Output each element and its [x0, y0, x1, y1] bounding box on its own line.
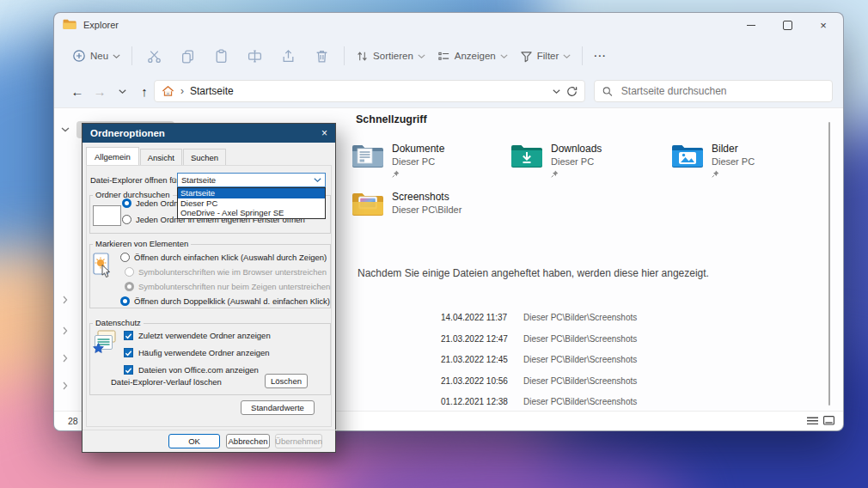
scissors-icon: [147, 49, 162, 64]
folder-downloads-icon: [510, 143, 543, 168]
checkbox-frequent-folders[interactable]: Häufig verwendete Ordner anzeigen: [124, 348, 270, 357]
view-list-icon: [437, 50, 450, 63]
minimize-button[interactable]: [733, 13, 769, 37]
folder-icon: [63, 19, 76, 30]
share-button[interactable]: [272, 44, 305, 68]
view-button[interactable]: Anzeigen: [431, 46, 514, 67]
checkbox-recent-folders[interactable]: Zuletzt verwendete Ordner anzeigen: [124, 331, 271, 340]
cancel-button[interactable]: Abbrechen: [226, 434, 270, 448]
address-dropdown-icon[interactable]: [553, 89, 560, 94]
chevron-down-icon: [418, 54, 425, 58]
recent-file-row[interactable]: 21.03.2022 12:45 Dieser PC\Bilder\Screen…: [441, 355, 733, 369]
recent-file-row[interactable]: 14.04.2022 11:37 Dieser PC\Bilder\Screen…: [441, 313, 733, 326]
combobox-value: Startseite: [181, 175, 216, 185]
dropdown-option-dieser-pc[interactable]: Dieser PC: [178, 198, 325, 209]
filter-button[interactable]: Filter: [514, 46, 578, 67]
pin-icon: [712, 170, 719, 178]
new-label: Neu: [90, 51, 108, 61]
address-bar[interactable]: › Startseite: [154, 80, 585, 102]
filter-icon: [520, 50, 533, 63]
quick-access-item-bilder[interactable]: Bilder Dieser PC: [671, 143, 755, 178]
cut-button[interactable]: [138, 44, 171, 68]
radio-disabled-selected-icon: [125, 282, 134, 291]
chevron-down-icon: [119, 89, 126, 94]
dropdown-option-onedrive[interactable]: OneDrive - Axel Springer SE: [178, 208, 325, 218]
trash-icon: [315, 49, 329, 64]
thumbnail-view-icon[interactable]: [823, 416, 834, 426]
refresh-icon[interactable]: [566, 86, 578, 97]
sort-button[interactable]: Sortieren: [350, 46, 431, 67]
apply-button[interactable]: Übernehmen: [275, 434, 322, 448]
checkbox-office-files[interactable]: Dateien von Office.com anzeigen: [124, 365, 259, 375]
sidebar-chevron-right-icon[interactable]: [63, 296, 68, 304]
sidebar-chevron-right-icon[interactable]: [63, 354, 68, 363]
quick-access-item-screenshots[interactable]: Screenshots Dieser PC\Bilder: [351, 191, 462, 217]
radio-single-click[interactable]: Öffnen durch einfachen Klick (Auswahl du…: [120, 253, 327, 262]
toolbar-divider: [582, 46, 583, 65]
breadcrumb-startseite[interactable]: Startseite: [190, 85, 234, 97]
radio-on-icon: [120, 296, 130, 306]
search-input[interactable]: [620, 84, 824, 98]
pin-icon: [551, 170, 559, 178]
dialog-close-icon[interactable]: ×: [321, 128, 327, 138]
history-dropdown-button[interactable]: [111, 80, 133, 102]
forward-button[interactable]: →: [89, 80, 111, 102]
recent-date: 21.03.2022 12:47: [441, 334, 508, 344]
sort-icon: [356, 50, 369, 63]
rename-button[interactable]: [238, 44, 272, 68]
delete-button[interactable]: [305, 44, 339, 68]
browse-window-icon: [93, 205, 121, 226]
pinned-files-hint: Nachdem Sie einige Dateien angeheftet ha…: [358, 267, 709, 279]
up-button[interactable]: ↑: [133, 80, 156, 102]
more-button[interactable]: ···: [588, 46, 613, 65]
radio-double-click[interactable]: Öffnen durch Doppelklick (Auswahl d. ein…: [120, 296, 330, 306]
copy-button[interactable]: [171, 44, 205, 68]
forward-icon: →: [94, 84, 107, 99]
search-box[interactable]: [594, 80, 833, 102]
view-label: Anzeigen: [455, 51, 496, 61]
tab-allgemein[interactable]: Allgemein: [86, 147, 139, 165]
quick-access-item-downloads[interactable]: Downloads Dieser PC: [510, 143, 602, 178]
ok-button[interactable]: OK: [168, 434, 220, 448]
desktop: Explorer × Neu: [0, 0, 868, 488]
tab-ansicht[interactable]: Ansicht: [140, 149, 182, 165]
dialog-title: Ordneroptionen: [90, 128, 165, 138]
clear-history-button[interactable]: Löschen: [265, 374, 308, 388]
privacy-folders-icon: [92, 329, 119, 354]
chevron-down-icon: [314, 178, 321, 182]
quick-access-item-dokumente[interactable]: Dokumente Dieser PC: [351, 143, 444, 178]
chevron-down-icon: [563, 54, 571, 58]
recent-path: Dieser PC\Bilder\Screenshots: [523, 376, 637, 386]
recent-date: 01.12.2021 12:38: [441, 397, 508, 406]
sidebar-chevron-right-icon[interactable]: [63, 326, 68, 335]
item-name: Screenshots: [392, 191, 462, 203]
radio-underline-hover: Symbolunterschriften nur beim Zeigen unt…: [125, 282, 330, 291]
folder-documents-icon: [351, 143, 384, 168]
vertical-scrollbar[interactable]: [828, 122, 830, 406]
open-with-combobox[interactable]: Startseite: [177, 173, 326, 187]
maximize-button[interactable]: [769, 13, 805, 37]
radio-disabled-icon: [125, 267, 134, 277]
folder-options-dialog: Ordneroptionen × Allgemein Ansicht Suche…: [82, 123, 336, 453]
sidebar-chevron-down-icon[interactable]: [61, 127, 70, 132]
recent-path: Dieser PC\Bilder\Screenshots: [523, 334, 637, 344]
paste-button[interactable]: [205, 44, 238, 68]
recent-date: 21.03.2022 10:56: [441, 376, 508, 386]
recent-file-row[interactable]: 21.03.2022 12:47 Dieser PC\Bilder\Screen…: [441, 334, 733, 348]
back-button[interactable]: ←: [66, 80, 89, 102]
dropdown-option-startseite[interactable]: Startseite: [178, 188, 325, 198]
recent-file-row[interactable]: 21.03.2022 10:56 Dieser PC\Bilder\Screen…: [441, 376, 733, 390]
tab-suchen[interactable]: Suchen: [183, 149, 226, 165]
recent-file-row[interactable]: 01.12.2021 12:38 Dieser PC\Bilder\Screen…: [441, 397, 733, 411]
new-button[interactable]: Neu: [66, 45, 126, 67]
chevron-down-icon: [500, 54, 508, 58]
sidebar-chevron-right-icon[interactable]: [63, 381, 68, 390]
sort-label: Sortieren: [373, 51, 413, 61]
details-view-icon[interactable]: [807, 417, 818, 425]
restore-defaults-button[interactable]: Standardwerte: [241, 400, 315, 415]
maximize-icon: [783, 21, 792, 30]
radio-on-icon: [122, 198, 131, 208]
folder-screenshots-icon: [351, 191, 384, 217]
more-icon: ···: [594, 51, 607, 61]
close-button[interactable]: ×: [805, 13, 841, 37]
